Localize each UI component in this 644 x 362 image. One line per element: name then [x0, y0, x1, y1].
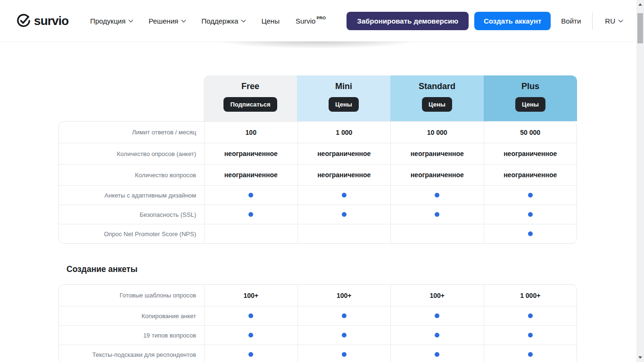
top-navbar: survio Продукция Решения Поддержка Цены … — [0, 0, 636, 41]
feature-cell — [390, 205, 484, 224]
plan-cta-button[interactable]: Подписаться — [223, 97, 277, 112]
book-demo-button[interactable]: Забронировать демоверсию — [347, 12, 469, 30]
feature-value: неограниченное — [224, 171, 278, 179]
included-dot-icon — [528, 231, 533, 236]
feature-value: 1 000 — [336, 129, 352, 136]
feature-cell: неограниченное — [297, 143, 391, 164]
table-row: Готовые шаблоны опросов100+100+100+1 000… — [59, 285, 577, 306]
chevron-down-icon — [241, 17, 246, 22]
included-dot-icon — [528, 313, 533, 318]
included-dot-icon — [248, 313, 253, 318]
included-dot-icon — [342, 313, 347, 318]
feature-value: неограниченное — [224, 150, 278, 157]
feature-cell: 1 000 — [297, 122, 391, 143]
menu-item-label: Цены — [261, 17, 280, 25]
included-dot-icon — [342, 212, 347, 217]
menu-item-survio-pro[interactable]: Survio PRO — [296, 17, 326, 25]
plan-cta-button[interactable]: Цены — [329, 97, 359, 112]
included-dot-icon — [528, 193, 533, 197]
section-title: Создание анкеты — [66, 264, 138, 274]
language-selector[interactable]: RU — [605, 17, 622, 25]
scroll-down-arrow-icon[interactable] — [638, 356, 642, 359]
included-dot-icon — [435, 352, 439, 357]
included-dot-icon — [528, 212, 533, 217]
feature-cell: 100 — [204, 122, 297, 143]
card-bottom-shadow — [177, 41, 457, 53]
feature-value: 1 000+ — [520, 292, 540, 299]
language-label: RU — [605, 17, 615, 25]
plan-column-free: FreeПодписаться — [204, 75, 297, 121]
table-row: 19 типов вопросов — [59, 325, 577, 345]
feature-cell — [297, 205, 391, 224]
menu-item-label: Survio — [296, 17, 316, 25]
feature-value: 100+ — [337, 292, 352, 299]
feature-cell — [297, 345, 391, 362]
feature-label: Готовые шаблоны опросов — [59, 285, 204, 306]
feature-cell — [204, 224, 297, 243]
general-features-table: Лимит ответов / месяц1001 00010 00050 00… — [58, 121, 577, 244]
feature-value: неограниченное — [504, 150, 557, 157]
chevron-down-icon — [619, 17, 623, 22]
logo-check-circle-icon — [17, 14, 31, 28]
login-link[interactable]: Войти — [561, 17, 581, 25]
feature-cell — [297, 326, 391, 345]
plan-column-mini: MiniЦены — [297, 75, 390, 121]
nav-actions: Забронировать демоверсию Создать аккаунт… — [347, 12, 622, 30]
chevron-down-icon — [182, 17, 186, 22]
feature-cell — [204, 345, 297, 362]
survio-logo[interactable]: survio — [17, 14, 68, 28]
feature-cell — [484, 186, 577, 205]
feature-value: неограниченное — [504, 171, 557, 179]
create-account-button[interactable]: Создать аккаунт — [474, 12, 551, 30]
plan-name: Mini — [335, 82, 352, 91]
feature-value: 100+ — [243, 292, 258, 299]
feature-cell — [484, 205, 577, 224]
menu-item-label: Решения — [149, 17, 178, 25]
menu-item-pricing[interactable]: Цены — [261, 17, 280, 25]
feature-cell: неограниченное — [390, 143, 484, 164]
menu-item-support[interactable]: Поддержка — [201, 17, 245, 25]
feature-value: неограниченное — [411, 171, 464, 179]
table-row: Опрос Net Promoter Score (NPS) — [59, 224, 577, 243]
plan-cta-button[interactable]: Цены — [422, 97, 452, 112]
feature-cell — [390, 345, 484, 362]
feature-cell — [204, 326, 297, 345]
plan-name: Free — [241, 82, 259, 91]
feature-value: 100 — [246, 129, 256, 136]
menu-item-label: Продукция — [90, 17, 125, 25]
feature-label: Количество вопросов — [59, 165, 204, 185]
included-dot-icon — [435, 193, 439, 197]
plan-column-plus: PlusЦены — [484, 75, 577, 121]
feature-cell — [484, 326, 577, 345]
included-dot-icon — [248, 333, 253, 337]
feature-label: Опрос Net Promoter Score (NPS) — [59, 224, 204, 243]
plans-header: FreeПодписатьсяMiniЦеныStandardЦеныPlusЦ… — [204, 75, 577, 121]
feature-label: Лимит ответов / месяц — [59, 122, 204, 143]
included-dot-icon — [248, 212, 253, 217]
scrollbar-thumb[interactable] — [637, 13, 643, 43]
scroll-up-arrow-icon[interactable] — [638, 3, 642, 6]
included-dot-icon — [342, 333, 347, 337]
feature-value: неограниченное — [411, 150, 464, 157]
table-row: Копирование анкет — [59, 306, 577, 325]
feature-cell: 100+ — [390, 285, 484, 306]
included-dot-icon — [435, 333, 439, 337]
plan-cta-button[interactable]: Цены — [515, 97, 545, 112]
included-dot-icon — [248, 193, 253, 197]
included-dot-icon — [435, 212, 439, 217]
included-dot-icon — [528, 333, 533, 337]
feature-label: Тексты-подсказки для респондентов — [59, 345, 204, 362]
menu-item-products[interactable]: Продукция — [90, 17, 132, 25]
feature-cell: неограниченное — [297, 165, 391, 185]
feature-cell — [390, 224, 484, 243]
vertical-scrollbar[interactable] — [636, 0, 644, 362]
feature-label: Анкеты с адаптивным дизайном — [59, 186, 204, 205]
feature-cell — [484, 345, 577, 362]
menu-item-solutions[interactable]: Решения — [149, 17, 185, 25]
included-dot-icon — [342, 193, 347, 197]
feature-cell: неограниченное — [204, 143, 297, 164]
feature-label: Безопасность (SSL) — [59, 205, 204, 224]
feature-cell — [204, 186, 297, 205]
menu-item-label: Поддержка — [201, 17, 238, 25]
logo-text: survio — [34, 14, 68, 28]
